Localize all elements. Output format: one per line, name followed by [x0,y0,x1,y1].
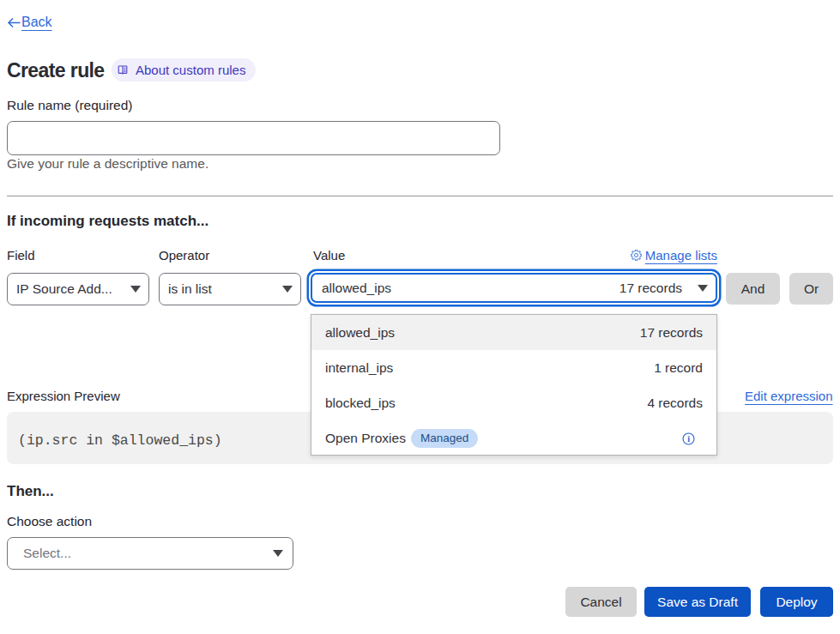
svg-text:i: i [687,434,690,444]
